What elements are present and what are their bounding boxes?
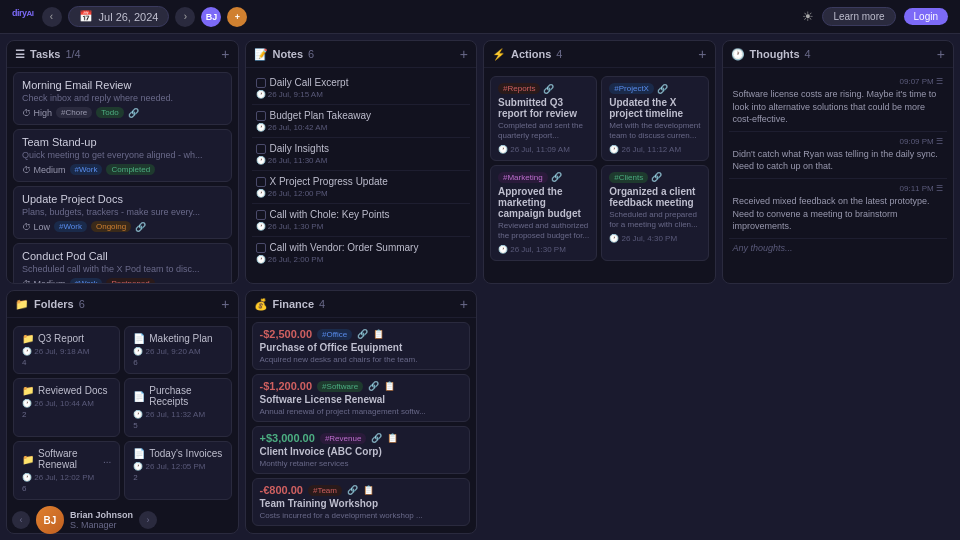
folder-item[interactable]: 📄 Today's Invoices 🕐 26 Jul, 12:05 PM 2 — [124, 441, 231, 500]
task-link-icon: 🔗 — [135, 222, 146, 232]
finance-panel-body: -$2,500.00 #Office 🔗 📋 Purchase of Offic… — [246, 318, 477, 533]
notes-panel-header: 📝 Notes 6 + — [246, 41, 477, 68]
finance-header: -$2,500.00 #Office 🔗 📋 — [260, 328, 463, 340]
note-item[interactable]: Daily Insights 🕐 26 Jul, 11:30 AM — [252, 138, 471, 171]
task-item[interactable]: Update Project Docs Plans, budgets, trac… — [13, 186, 232, 239]
folder-name-row: 📁 Reviewed Docs — [22, 385, 111, 396]
thoughts-panel-body: 09:07 PM ☰ Software license costs are ri… — [723, 68, 954, 283]
finance-amount: -€800.00 — [260, 484, 303, 496]
tasks-panel-title: ☰ Tasks 1/4 — [15, 48, 81, 61]
task-desc: Quick meeting to get everyone aligned - … — [22, 150, 223, 160]
folders-add-button[interactable]: + — [221, 297, 229, 311]
folder-name-row: 📄 Purchase Receipts — [133, 385, 222, 407]
folder-item[interactable]: 📁 Software Renewal ... 🕐 26 Jul, 12:02 P… — [13, 441, 120, 500]
current-date: Jul 26, 2024 — [99, 11, 159, 23]
folder-count: 6 — [22, 484, 111, 493]
note-date: 🕐 26 Jul, 10:42 AM — [256, 123, 467, 132]
action-desc: Completed and sent the quarterly report.… — [498, 121, 589, 142]
task-item[interactable]: Conduct Pod Call Scheduled call with the… — [13, 243, 232, 283]
task-item[interactable]: Team Stand-up Quick meeting to get every… — [13, 129, 232, 182]
user-role: S. Manager — [70, 520, 133, 530]
action-tags: #Reports 🔗 — [498, 83, 589, 94]
note-item[interactable]: X Project Progress Update 🕐 26 Jul, 12:0… — [252, 171, 471, 204]
folder-item[interactable]: 📁 Reviewed Docs 🕐 26 Jul, 10:44 AM 2 — [13, 378, 120, 437]
task-item[interactable]: Morning Email Review Check inbox and rep… — [13, 72, 232, 125]
folder-name: Reviewed Docs — [38, 385, 107, 396]
note-checkbox[interactable] — [256, 111, 266, 121]
action-item[interactable]: #Clients 🔗 Organized a client feedback m… — [601, 165, 708, 261]
action-tag: #ProjectX — [609, 83, 654, 94]
action-item[interactable]: #Marketing 🔗 Approved the marketing camp… — [490, 165, 597, 261]
copy-icon: 📋 — [363, 485, 374, 495]
user-bar: ‹ BJ Brian Johnson S. Manager › — [12, 506, 157, 534]
tasks-add-button[interactable]: + — [221, 47, 229, 61]
task-priority: ⏱ Medium — [22, 165, 66, 175]
note-date: 🕐 26 Jul, 9:15 AM — [256, 90, 467, 99]
note-item[interactable]: Call with Chole: Key Points 🕐 26 Jul, 1:… — [252, 204, 471, 237]
action-date: 🕐 26 Jul, 11:12 AM — [609, 145, 700, 154]
finance-item[interactable]: +$3,000.00 #Revenue 🔗 📋 Client Invoice (… — [252, 426, 471, 474]
user-avatar: BJ — [36, 506, 64, 534]
note-date: 🕐 26 Jul, 12:00 PM — [256, 189, 467, 198]
note-item[interactable]: Budget Plan Takeaway 🕐 26 Jul, 10:42 AM — [252, 105, 471, 138]
note-date: 🕐 26 Jul, 11:30 AM — [256, 156, 467, 165]
finance-add-button[interactable]: + — [460, 297, 468, 311]
task-link-icon: 🔗 — [128, 108, 139, 118]
note-checkbox[interactable] — [256, 144, 266, 154]
thoughts-panel: 🕐 Thoughts 4 + 09:07 PM ☰ Software licen… — [722, 40, 955, 284]
thought-text: Didn't catch what Ryan was telling in th… — [733, 148, 944, 173]
thought-item: 09:09 PM ☰ Didn't catch what Ryan was te… — [729, 132, 948, 179]
folder-item[interactable]: 📁 Q3 Report 🕐 26 Jul, 9:18 AM 4 — [13, 326, 120, 374]
notes-panel-body: Daily Call Excerpt 🕐 26 Jul, 9:15 AM Bud… — [246, 68, 477, 283]
note-checkbox[interactable] — [256, 177, 266, 187]
note-checkbox[interactable] — [256, 78, 266, 88]
finance-item[interactable]: -$2,500.00 #Office 🔗 📋 Purchase of Offic… — [252, 322, 471, 370]
folders-panel: 📁 Folders 6 + 📁 Q3 Report 🕐 26 Jul, 9:18… — [6, 290, 239, 534]
folder-icon: 📁 — [22, 454, 34, 465]
prev-date-button[interactable]: ‹ — [42, 7, 62, 27]
finance-desc: Annual renewal of project management sof… — [260, 407, 463, 416]
learn-more-button[interactable]: Learn more — [822, 7, 895, 26]
link-icon: 🔗 — [357, 329, 368, 339]
note-checkbox[interactable] — [256, 243, 266, 253]
action-desc: Met with the development team to discuss… — [609, 121, 700, 142]
finance-item[interactable]: -$1,200.00 #Software 🔗 📋 Software Licens… — [252, 374, 471, 422]
action-item[interactable]: #Reports 🔗 Submitted Q3 report for revie… — [490, 76, 597, 161]
notes-add-button[interactable]: + — [460, 47, 468, 61]
task-title: Update Project Docs — [22, 193, 223, 205]
thought-input[interactable]: Any thoughts... — [729, 239, 948, 257]
notes-count: 6 — [308, 48, 314, 60]
note-item[interactable]: Daily Call Excerpt 🕐 26 Jul, 9:15 AM — [252, 72, 471, 105]
finance-header: +$3,000.00 #Revenue 🔗 📋 — [260, 432, 463, 444]
folder-item[interactable]: 📄 Maketing Plan 🕐 26 Jul, 9:20 AM 6 — [124, 326, 231, 374]
task-meta: ⏱ Medium #WorkPostponed — [22, 278, 223, 283]
user-prev-button[interactable]: ‹ — [12, 511, 30, 529]
note-item[interactable]: Call with Vendor: Order Summary 🕐 26 Jul… — [252, 237, 471, 269]
link-icon: 🔗 — [368, 381, 379, 391]
logo: diryAI — [12, 8, 34, 25]
sun-icon[interactable]: ☀ — [802, 9, 814, 24]
user-next-button[interactable]: › — [139, 511, 157, 529]
login-button[interactable]: Login — [904, 8, 948, 25]
thought-item: 09:07 PM ☰ Software license costs are ri… — [729, 72, 948, 132]
header-right: ☀ Learn more Login — [802, 7, 948, 26]
header: diryAI ‹ 📅 Jul 26, 2024 › BJ + ☀ Learn m… — [0, 0, 960, 34]
finance-tag: #Revenue — [320, 433, 366, 444]
actions-add-button[interactable]: + — [698, 47, 706, 61]
finance-title: Team Training Workshop — [260, 498, 463, 509]
folder-item[interactable]: 📄 Purchase Receipts 🕐 26 Jul, 11:32 AM 5 — [124, 378, 231, 437]
thoughts-count: 4 — [805, 48, 811, 60]
action-tags: #ProjectX 🔗 — [609, 83, 700, 94]
note-checkbox[interactable] — [256, 210, 266, 220]
task-title: Conduct Pod Call — [22, 250, 223, 262]
thoughts-add-button[interactable]: + — [937, 47, 945, 61]
finance-item[interactable]: -€800.00 #Team 🔗 📋 Team Training Worksho… — [252, 478, 471, 526]
copy-icon: 📋 — [384, 381, 395, 391]
note-title: Budget Plan Takeaway — [256, 110, 467, 121]
actions-panel: ⚡ Actions 4 + #Reports 🔗 Submitted Q3 re… — [483, 40, 716, 284]
finance-desc: Monthly retainer services — [260, 459, 463, 468]
next-date-button[interactable]: › — [175, 7, 195, 27]
action-item[interactable]: #ProjectX 🔗 Updated the X project timeli… — [601, 76, 708, 161]
thoughts-icon: 🕐 — [731, 48, 745, 61]
user-nav-right: › — [139, 511, 157, 529]
